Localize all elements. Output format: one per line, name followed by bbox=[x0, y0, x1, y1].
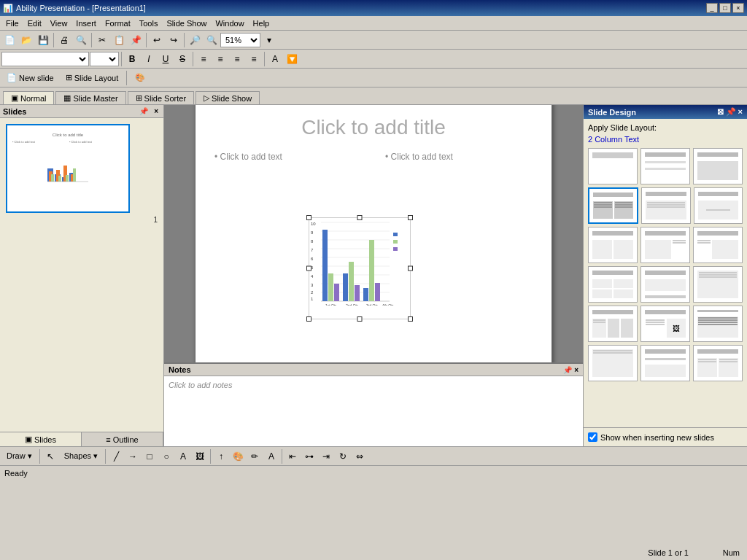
layout-4-content[interactable] bbox=[588, 266, 638, 303]
line-color-tool[interactable]: ✏ bbox=[247, 448, 263, 464]
close-button[interactable]: × bbox=[732, 3, 744, 13]
align-right-draw[interactable]: ⇥ bbox=[318, 448, 334, 464]
slide-layout-button[interactable]: ⊞ Slide Layout bbox=[61, 70, 124, 86]
print-preview-button[interactable]: 🔍 bbox=[73, 32, 89, 48]
menu-file[interactable]: File bbox=[1, 16, 23, 30]
rect-tool[interactable]: □ bbox=[142, 448, 158, 464]
handle-tr[interactable] bbox=[408, 215, 413, 220]
layout-text-content[interactable] bbox=[693, 227, 743, 263]
layout-content-only[interactable] bbox=[693, 266, 743, 303]
slide-col1-placeholder[interactable]: Click to add text bbox=[210, 147, 366, 166]
align-center-button[interactable]: ≡ bbox=[212, 51, 228, 67]
undo-button[interactable]: ↩ bbox=[149, 32, 165, 48]
handle-ml[interactable] bbox=[306, 265, 311, 271]
layout-text-2col[interactable] bbox=[588, 306, 638, 342]
oval-tool[interactable]: ○ bbox=[158, 448, 174, 464]
layout-title-content-text[interactable] bbox=[640, 227, 690, 263]
new-button[interactable]: 📄 bbox=[1, 32, 18, 48]
handle-bl[interactable] bbox=[306, 316, 311, 322]
text-tool[interactable]: A bbox=[175, 448, 191, 464]
layout-extra2[interactable] bbox=[640, 345, 690, 381]
font-color-button[interactable]: A bbox=[267, 51, 283, 67]
flip-tool[interactable]: ⇔ bbox=[352, 448, 368, 464]
menu-format[interactable]: Format bbox=[101, 16, 135, 30]
layout-centered[interactable] bbox=[694, 187, 743, 224]
menu-insert[interactable]: Insert bbox=[71, 16, 101, 30]
open-button[interactable]: 📂 bbox=[18, 32, 34, 48]
font-color-tool[interactable]: A bbox=[263, 448, 279, 464]
minimize-button[interactable]: _ bbox=[706, 3, 718, 13]
notes-content[interactable]: Click to add notes bbox=[164, 376, 583, 446]
redo-button[interactable]: ↪ bbox=[166, 32, 182, 48]
rotate-tool[interactable]: ↻ bbox=[335, 448, 351, 464]
design-panel-pin-button[interactable]: 📌 bbox=[726, 107, 736, 117]
shapes-dropdown-button[interactable]: Shapes ▾ bbox=[59, 448, 103, 464]
align-left-button[interactable]: ≡ bbox=[196, 51, 212, 67]
copy-button[interactable]: 📋 bbox=[111, 32, 127, 48]
tab-slide-show[interactable]: ▷ Slide Show bbox=[196, 91, 260, 104]
tab-slide-master[interactable]: ▦ Slide Master bbox=[55, 91, 125, 104]
zoom-select[interactable]: 51% 25% 50% 75% 100% bbox=[220, 33, 260, 47]
layout-title-two-content[interactable] bbox=[588, 227, 638, 263]
layout-title-text[interactable] bbox=[641, 187, 690, 224]
layout-two-col[interactable] bbox=[588, 187, 638, 224]
panel-close-button[interactable]: × bbox=[152, 106, 160, 116]
select-tool-button[interactable]: ↖ bbox=[42, 448, 58, 464]
menu-slideshow[interactable]: Slide Show bbox=[162, 16, 211, 30]
slide-canvas[interactable]: Click to add title Click to add text Cli… bbox=[195, 105, 552, 362]
handle-mr[interactable] bbox=[408, 265, 413, 271]
layout-title-content[interactable] bbox=[693, 148, 743, 184]
slide-thumbnail-1[interactable]: Click to add title • Click to add text •… bbox=[6, 124, 130, 213]
design-panel-close-button[interactable]: × bbox=[738, 107, 743, 117]
menu-window[interactable]: Window bbox=[211, 16, 248, 30]
align-justify-button[interactable]: ≡ bbox=[246, 51, 262, 67]
slide-title-placeholder[interactable]: Click to add title bbox=[196, 105, 551, 147]
handle-tl[interactable] bbox=[306, 215, 311, 220]
tab-slide-sorter[interactable]: ⊞ Slide Sorter bbox=[128, 91, 194, 104]
zoom-in-button[interactable]: 🔍 bbox=[204, 32, 220, 48]
print-button[interactable]: 🖨 bbox=[56, 32, 72, 48]
notes-pin-button[interactable]: 📌 bbox=[563, 366, 572, 374]
handle-bm[interactable] bbox=[357, 316, 363, 322]
menu-help[interactable]: Help bbox=[249, 16, 274, 30]
layout-text-only[interactable] bbox=[693, 306, 743, 342]
line-tool[interactable]: ╱ bbox=[108, 448, 124, 464]
menu-tools[interactable]: Tools bbox=[135, 16, 163, 30]
tab-slides[interactable]: ▣ Slides bbox=[0, 432, 82, 446]
strikethrough-button[interactable]: S bbox=[174, 51, 190, 67]
align-center-draw[interactable]: ⊶ bbox=[301, 448, 317, 464]
font-size-select[interactable] bbox=[90, 52, 119, 66]
panel-pin-button[interactable]: 📌 bbox=[137, 106, 150, 116]
maximize-button[interactable]: □ bbox=[719, 3, 731, 13]
layout-extra1[interactable] bbox=[588, 345, 638, 381]
new-slide-button[interactable]: 📄 New slide bbox=[1, 70, 59, 86]
italic-button[interactable]: I bbox=[141, 51, 157, 67]
font-name-select[interactable] bbox=[1, 52, 89, 66]
menu-view[interactable]: View bbox=[46, 16, 72, 30]
notes-close-button[interactable]: × bbox=[574, 366, 578, 374]
filter-button[interactable]: 🔽 bbox=[284, 51, 300, 67]
layout-text-clipart[interactable]: 🖼 bbox=[640, 306, 690, 342]
zoom-dropdown[interactable]: ▾ bbox=[261, 32, 277, 48]
slide-design-button[interactable]: 🎨 bbox=[130, 70, 150, 86]
cut-button[interactable]: ✂ bbox=[94, 32, 110, 48]
show-when-inserting-checkbox[interactable] bbox=[588, 432, 597, 442]
tab-outline[interactable]: ≡ Outline bbox=[82, 432, 163, 446]
layout-content-over-text[interactable] bbox=[640, 266, 690, 303]
handle-tm[interactable] bbox=[357, 215, 363, 220]
zoom-out-button[interactable]: 🔎 bbox=[187, 32, 203, 48]
paste-button[interactable]: 📌 bbox=[128, 32, 144, 48]
align-right-button[interactable]: ≡ bbox=[229, 51, 245, 67]
save-button[interactable]: 💾 bbox=[35, 32, 51, 48]
handle-br[interactable] bbox=[408, 316, 413, 322]
menu-edit[interactable]: Edit bbox=[23, 16, 46, 30]
tab-normal[interactable]: ▣ Normal bbox=[3, 91, 54, 104]
underline-button[interactable]: U bbox=[158, 51, 174, 67]
slide-col2-placeholder[interactable]: Click to add text bbox=[381, 147, 537, 166]
layout-blank[interactable] bbox=[588, 148, 638, 184]
arrow-tool[interactable]: → bbox=[125, 448, 141, 464]
bold-button[interactable]: B bbox=[124, 51, 140, 67]
fill-color-tool[interactable]: 🎨 bbox=[230, 448, 246, 464]
up-arrow-tool[interactable]: ↑ bbox=[213, 448, 229, 464]
slide-chart[interactable]: 10 9 8 7 6 5 4 3 2 1 bbox=[309, 217, 411, 319]
